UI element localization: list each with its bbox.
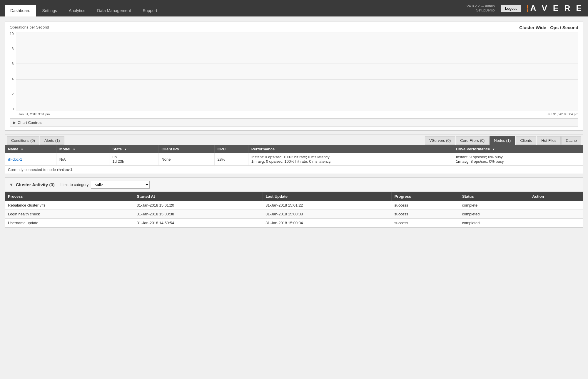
node-link[interactable]: rh-doc-1 xyxy=(8,157,22,162)
col-state[interactable]: State ▼ xyxy=(109,145,158,153)
tab-data-management[interactable]: Data Management xyxy=(91,5,136,16)
cluster-title: ▼ Cluster Activity (3) xyxy=(9,182,55,187)
grid-line-2 xyxy=(16,48,578,48)
version-info: V4.8.2.2 --- admin SetupDemo xyxy=(467,4,495,12)
act-col-process: Process xyxy=(5,192,134,201)
activity-row-1: Rebalance cluster vifs 31-Jan-2018 15:01… xyxy=(5,201,583,210)
chart-grid xyxy=(16,32,578,111)
chart-area xyxy=(16,32,578,111)
y-label-6: 6 xyxy=(10,62,14,66)
cluster-title-text: Cluster Activity (3) xyxy=(16,182,55,187)
tab-support[interactable]: Support xyxy=(137,5,163,16)
node-table: Name ▼ Model ▼ State ▼ Client IPs CPU Pe… xyxy=(5,145,583,166)
cluster-activity: ▼ Cluster Activity (3) Limit to category… xyxy=(5,177,583,228)
act-status-1: complete xyxy=(459,201,529,210)
activity-table: Process Started At Last Update Progress … xyxy=(5,192,583,227)
y-label-4: 4 xyxy=(10,77,14,81)
chart-container: 10 8 6 4 2 0 xyxy=(10,32,578,111)
grid-line-5 xyxy=(16,95,578,95)
connected-node: rh-doc-1 xyxy=(57,167,72,172)
limit-category: Limit to category <all> xyxy=(61,181,150,189)
grid-line-4 xyxy=(16,79,578,80)
y-label-2: 2 xyxy=(10,92,14,96)
col-client-ips: Client IPs xyxy=(158,145,215,153)
act-update-3: 31-Jan-2018 15:00:34 xyxy=(263,219,391,227)
cell-cpu: 28% xyxy=(214,153,248,166)
act-started-3: 31-Jan-2018 14:59:54 xyxy=(134,219,263,227)
table-row: rh-doc-1 N/A up 1d 23h None 28% Instant:… xyxy=(5,153,583,166)
chart-y-axis: 10 8 6 4 2 0 xyxy=(10,32,16,111)
tab-dashboard[interactable]: Dashboard xyxy=(5,5,36,16)
x-label-start: Jan 31, 2018 3:01 pm xyxy=(19,112,50,116)
logo: A V E R E xyxy=(527,4,583,13)
activity-row-2: Login health check 31-Jan-2018 15:00:38 … xyxy=(5,210,583,219)
cell-name: rh-doc-1 xyxy=(5,153,56,166)
tab-nodes[interactable]: Nodes (1) xyxy=(490,136,515,145)
chart-controls-triangle-icon: ▶ xyxy=(13,120,16,125)
sort-drive-icon: ▼ xyxy=(492,148,495,151)
logo-bar-top xyxy=(527,5,528,9)
col-model[interactable]: Model ▼ xyxy=(56,145,109,153)
logo-bar-bottom xyxy=(527,9,528,12)
cell-performance: Instant: 0 ops/sec; 100% hit rate; 0 ms … xyxy=(248,153,453,166)
act-process-3: Username update xyxy=(5,219,134,227)
act-action-1 xyxy=(529,201,583,210)
act-started-2: 31-Jan-2018 15:00:38 xyxy=(134,210,263,219)
y-label-0: 0 xyxy=(10,107,14,111)
cluster-header: ▼ Cluster Activity (3) Limit to category… xyxy=(5,178,583,192)
tab-bar: Conditions (0) Alerts (1) VServers (0) C… xyxy=(5,134,583,145)
tab-clients[interactable]: Clients xyxy=(516,136,536,145)
act-col-action: Action xyxy=(529,192,583,201)
cell-drive-performance: Instant: 9 ops/sec; 0% busy. 1m avg: 8 o… xyxy=(453,153,583,166)
main-content: Operations per Second Cluster Wide - Ops… xyxy=(0,16,588,232)
act-progress-3: success xyxy=(391,219,459,227)
x-label-end: Jan 31, 2018 3:04 pm xyxy=(547,112,578,116)
y-label-8: 8 xyxy=(10,47,14,51)
act-progress-1: success xyxy=(391,201,459,210)
logout-button[interactable]: Logout xyxy=(501,5,521,12)
tab-hot-files[interactable]: Hot Files xyxy=(537,136,561,145)
chart-wide-title: Cluster Wide - Ops / Second xyxy=(519,25,578,30)
header: Dashboard Settings Analytics Data Manage… xyxy=(0,0,588,16)
col-name[interactable]: Name ▼ xyxy=(5,145,56,153)
tab-analytics[interactable]: Analytics xyxy=(63,5,91,16)
act-col-update: Last Update xyxy=(263,192,391,201)
limit-label: Limit to category xyxy=(61,182,88,187)
activity-row-3: Username update 31-Jan-2018 14:59:54 31-… xyxy=(5,219,583,227)
cell-model: N/A xyxy=(56,153,109,166)
version-text: V4.8.2.2 --- admin xyxy=(467,4,495,8)
header-right: V4.8.2.2 --- admin SetupDemo Logout A V … xyxy=(467,4,583,13)
act-update-1: 31-Jan-2018 15:01:22 xyxy=(263,201,391,210)
tab-conditions[interactable]: Conditions (0) xyxy=(7,136,39,145)
act-started-1: 31-Jan-2018 15:01:20 xyxy=(134,201,263,210)
act-col-progress: Progress xyxy=(391,192,459,201)
act-progress-2: success xyxy=(391,210,459,219)
act-action-3 xyxy=(529,219,583,227)
col-drive-performance[interactable]: Drive Performance ▼ xyxy=(453,145,583,153)
chart-x-labels: Jan 31, 2018 3:01 pm Jan 31, 2018 3:04 p… xyxy=(10,112,578,116)
setup-link[interactable]: SetupDemo xyxy=(467,8,495,12)
tab-vservers[interactable]: VServers (0) xyxy=(425,136,455,145)
chart-controls[interactable]: ▶ Chart Controls xyxy=(10,118,578,127)
act-col-started: Started At xyxy=(134,192,263,201)
tab-cache[interactable]: Cache xyxy=(561,136,581,145)
act-status-3: completed xyxy=(459,219,529,227)
act-process-1: Rebalance cluster vifs xyxy=(5,201,134,210)
limit-select[interactable]: <all> xyxy=(91,181,150,189)
act-update-2: 31-Jan-2018 15:00:38 xyxy=(263,210,391,219)
col-cpu: CPU xyxy=(214,145,248,153)
grid-line-6 xyxy=(16,111,578,111)
sort-name-icon: ▼ xyxy=(21,148,24,151)
col-performance: Performance xyxy=(248,145,453,153)
tab-settings[interactable]: Settings xyxy=(37,5,63,16)
cell-state: up 1d 23h xyxy=(109,153,158,166)
act-col-status: Status xyxy=(459,192,529,201)
cluster-collapse-icon[interactable]: ▼ xyxy=(9,182,14,187)
grid-line-3 xyxy=(16,64,578,64)
nav-tabs: Dashboard Settings Analytics Data Manage… xyxy=(5,0,163,16)
tab-alerts[interactable]: Alerts (1) xyxy=(40,136,64,145)
y-label-10: 10 xyxy=(10,32,14,36)
cell-client-ips: None xyxy=(158,153,215,166)
sort-model-icon: ▼ xyxy=(73,148,76,151)
tab-core-filers[interactable]: Core Filers (0) xyxy=(456,136,489,145)
